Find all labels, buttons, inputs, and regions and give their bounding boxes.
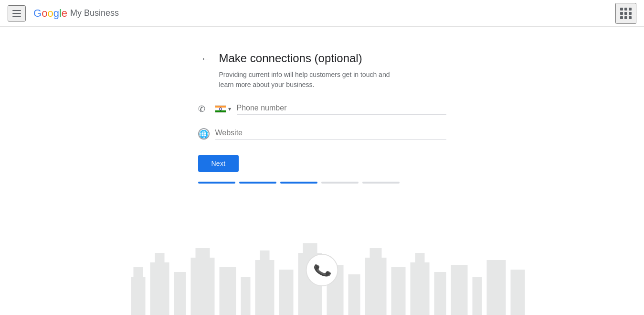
app-header: Google My Business xyxy=(0,0,644,27)
svg-rect-2 xyxy=(150,262,169,315)
globe-icon: 🌐 xyxy=(198,128,210,140)
svg-rect-9 xyxy=(255,260,274,315)
svg-rect-23 xyxy=(473,277,482,315)
svg-rect-16 xyxy=(365,258,387,315)
background-illustration: 📞 xyxy=(0,239,644,315)
svg-rect-21 xyxy=(434,272,446,315)
phone-icon: ✆ xyxy=(198,104,205,114)
svg-rect-4 xyxy=(174,272,186,315)
svg-rect-24 xyxy=(487,260,506,315)
progress-seg-1 xyxy=(198,182,235,184)
svg-rect-25 xyxy=(511,270,525,315)
header-left: Google My Business xyxy=(8,5,119,22)
svg-rect-3 xyxy=(155,253,165,262)
country-selector[interactable]: ▾ xyxy=(213,103,233,115)
svg-rect-19 xyxy=(411,262,430,315)
apps-button[interactable] xyxy=(615,3,636,24)
website-field-row: 🌐 xyxy=(198,128,446,140)
phone-badge-icon: 📞 xyxy=(312,261,332,280)
logo-text: Google xyxy=(33,7,67,20)
country-dropdown-arrow: ▾ xyxy=(228,106,231,112)
svg-rect-0 xyxy=(131,277,146,315)
svg-rect-22 xyxy=(451,265,468,315)
svg-rect-10 xyxy=(260,250,270,260)
svg-rect-15 xyxy=(348,274,360,315)
website-input[interactable] xyxy=(215,129,446,137)
page-subtitle: Providing current info will help custome… xyxy=(219,70,446,90)
next-button[interactable]: Next xyxy=(198,155,239,172)
progress-seg-5 xyxy=(362,182,400,184)
svg-rect-5 xyxy=(191,258,215,315)
main-content: ← Make connections (optional) Providing … xyxy=(0,27,644,315)
phone-input-wrapper xyxy=(237,104,446,115)
svg-rect-11 xyxy=(279,270,294,315)
page-title: Make connections (optional) xyxy=(219,52,362,65)
website-input-wrapper xyxy=(215,129,446,140)
back-button[interactable]: ← xyxy=(198,51,213,66)
progress-seg-4 xyxy=(321,182,359,184)
phone-field-row: ✆ ▾ xyxy=(198,103,446,115)
svg-rect-8 xyxy=(241,277,251,315)
product-name: My Business xyxy=(70,8,119,18)
title-row: ← Make connections (optional) xyxy=(198,51,446,66)
phone-badge: 📞 xyxy=(306,254,338,286)
progress-bar xyxy=(198,182,446,184)
svg-rect-20 xyxy=(415,253,425,262)
svg-rect-13 xyxy=(303,243,317,253)
svg-rect-6 xyxy=(196,248,210,258)
google-logo: Google My Business xyxy=(33,7,119,20)
svg-rect-17 xyxy=(370,248,382,258)
svg-rect-1 xyxy=(134,267,143,277)
india-flag xyxy=(215,105,226,113)
progress-seg-3 xyxy=(280,182,317,184)
content-card: ← Make connections (optional) Providing … xyxy=(198,51,446,184)
apps-grid-icon xyxy=(620,8,632,19)
svg-rect-7 xyxy=(220,267,236,315)
progress-seg-2 xyxy=(239,182,276,184)
svg-rect-18 xyxy=(391,267,406,315)
menu-button[interactable] xyxy=(8,5,26,22)
phone-input[interactable] xyxy=(237,104,446,112)
